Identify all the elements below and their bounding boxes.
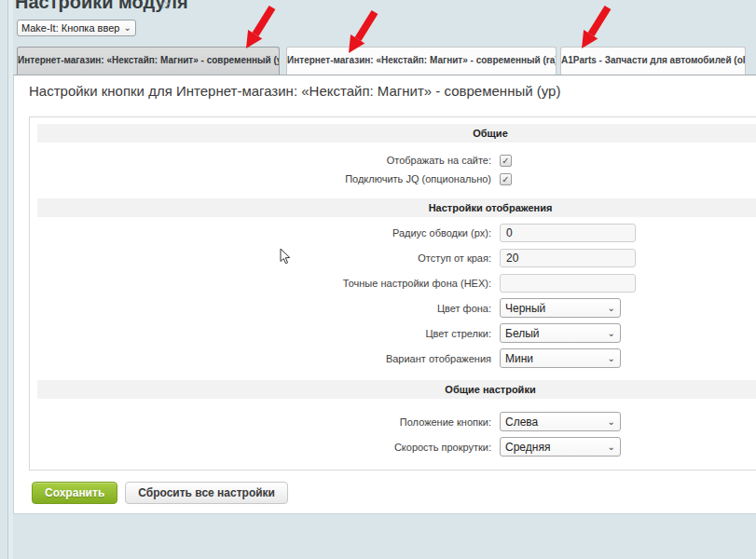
mouse-cursor-icon: [280, 248, 291, 265]
include-jq-checkbox[interactable]: ✓: [500, 173, 512, 185]
field-label: Вариант отображения: [37, 353, 500, 364]
select-value: Черный: [505, 302, 605, 315]
chevron-down-icon: ⌄: [608, 329, 615, 338]
field-row-display-variant: Вариант отображения Мини ⌄: [37, 348, 756, 368]
bg-color-select[interactable]: Черный ⌄: [500, 298, 621, 318]
module-select[interactable]: Make-It: Кнопка ввер ⌄: [17, 20, 136, 36]
section-header-display: Настройки отображения: [37, 198, 756, 217]
field-row-arrow-color: Цвет стрелки: Белый ⌄: [37, 323, 756, 343]
button-bar: Сохранить Сбросить все настройки: [32, 482, 288, 504]
select-value: Мини: [505, 352, 605, 365]
settings-panel: Настройки кнопки для Интернет-магазин: «…: [13, 75, 756, 514]
red-arrow-annotation-1: [235, 2, 278, 52]
select-value: Белый: [505, 327, 605, 340]
field-label: Точные настройки фона (HEX):: [37, 278, 500, 289]
scroll-speed-select[interactable]: Средняя ⌄: [500, 437, 621, 457]
red-arrow-annotation-2: [337, 7, 380, 57]
settings-form: Общие Отображать на сайте: ✓ Подключить …: [29, 116, 756, 470]
field-label: Цвет стрелки:: [37, 328, 500, 339]
settings-heading: Настройки кнопки для Интернет-магазин: «…: [29, 83, 560, 99]
select-value: Слева: [505, 416, 605, 429]
field-label: Скорость прокрутки:: [37, 442, 500, 453]
field-label: Отображать на сайте:: [37, 155, 500, 166]
field-row-bg-color: Цвет фона: Черный ⌄: [37, 298, 756, 318]
module-select-value: Make-It: Кнопка ввер: [21, 22, 121, 34]
section-header-common: Общие настройки: [37, 380, 756, 399]
field-row-include-jq: Подключить JQ (опционально) ✓: [37, 171, 756, 186]
save-button[interactable]: Сохранить: [32, 482, 117, 504]
red-arrow-annotation-3: [570, 2, 613, 52]
checkmark-icon: ✓: [502, 174, 509, 184]
display-variant-select[interactable]: Мини ⌄: [500, 348, 621, 368]
field-label: Цвет фона:: [37, 303, 500, 314]
field-row-scroll-speed: Скорость прокрутки: Средняя ⌄: [37, 437, 756, 457]
show-on-site-checkbox[interactable]: ✓: [500, 155, 512, 167]
bg-hex-input[interactable]: [500, 274, 636, 293]
field-label: Подключить JQ (опционально): [37, 173, 500, 184]
field-label: Отступ от края:: [37, 252, 500, 264]
field-row-border-radius: Радиус обводки (px):: [37, 224, 756, 242]
field-row-bg-hex: Точные настройки фона (HEX):: [37, 274, 756, 293]
chevron-down-icon: ⌄: [608, 304, 615, 313]
field-row-button-position: Положение кнопки: Слева ⌄: [37, 412, 756, 431]
field-row-show-on-site: Отображать на сайте: ✓: [37, 153, 756, 168]
field-row-edge-offset: Отступ от края:: [37, 249, 756, 267]
field-label: Радиус обводки (px):: [37, 227, 500, 239]
chevron-down-icon: ⌄: [608, 443, 615, 452]
tab-site-2[interactable]: Интернет-магазин: «Некстайп: Магнит» - с…: [286, 47, 557, 75]
border-radius-input[interactable]: [500, 224, 636, 242]
chevron-down-icon: ⌄: [124, 23, 131, 33]
button-position-select[interactable]: Слева ⌄: [500, 412, 621, 431]
select-value: Средняя: [505, 441, 605, 454]
chevron-down-icon: ⌄: [608, 417, 615, 427]
favorite-star-icon[interactable]: ☆: [158, 0, 171, 13]
field-label: Положение кнопки:: [37, 416, 500, 428]
checkmark-icon: ✓: [502, 156, 509, 166]
chevron-down-icon: ⌄: [608, 354, 615, 363]
section-header-general: Общие: [37, 124, 756, 143]
reset-all-button[interactable]: Сбросить все настройки: [125, 482, 288, 504]
edge-offset-input[interactable]: [500, 249, 636, 267]
arrow-color-select[interactable]: Белый ⌄: [500, 323, 621, 343]
